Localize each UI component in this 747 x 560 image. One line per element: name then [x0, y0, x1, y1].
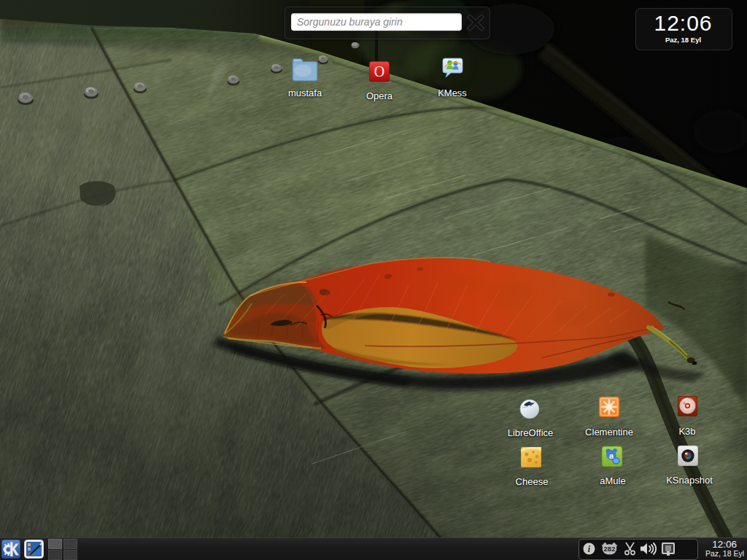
svg-text:O: O	[374, 63, 384, 79]
svg-text:282: 282	[604, 545, 616, 553]
